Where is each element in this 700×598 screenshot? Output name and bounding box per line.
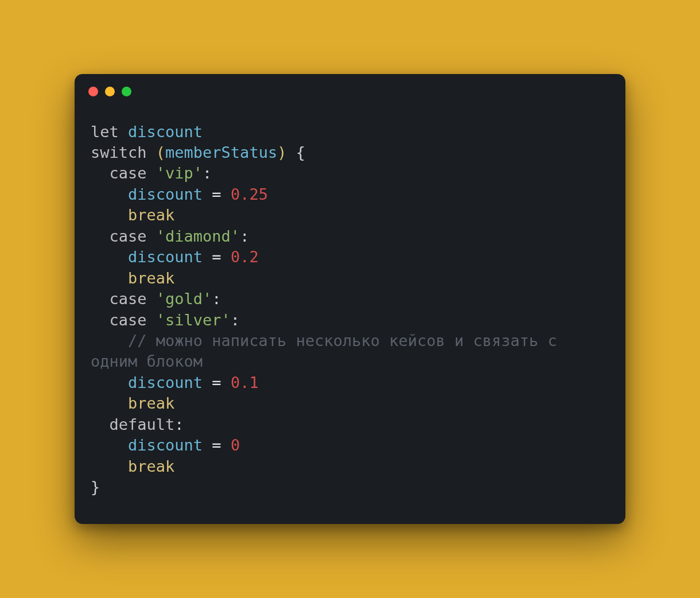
number-0: 0 [231,436,240,454]
identifier-discount: discount [128,436,203,454]
identifier-memberStatus: memberStatus [165,143,277,161]
keyword-break: break [128,394,174,412]
operator-eq: = [212,248,221,266]
keyword-case: case [110,164,147,182]
brace-close: } [91,478,100,496]
number-025: 0.25 [231,185,268,203]
keyword-let: let [91,123,119,141]
identifier-discount: discount [128,185,203,203]
minimize-icon[interactable] [105,87,115,96]
keyword-case: case [110,311,147,329]
colon: : [212,290,221,308]
code-block: let discount switch (memberStatus) { cas… [75,102,625,525]
keyword-case: case [110,227,147,245]
colon: : [231,311,240,329]
string-vip: 'vip' [156,164,203,182]
number-01: 0.1 [231,374,259,391]
keyword-break: break [128,457,174,475]
identifier-discount: discount [128,123,203,141]
window-titlebar [75,74,625,102]
operator-eq: = [212,374,221,391]
colon: : [240,227,249,245]
brace-open: { [296,143,305,161]
keyword-break: break [128,206,174,224]
keyword-break: break [128,269,174,287]
comment-line: // можно написать несколько кейсов и свя… [91,332,566,370]
colon: : [174,416,184,433]
string-silver: 'silver' [156,311,231,329]
code-window: let discount switch (memberStatus) { cas… [75,74,625,525]
maximize-icon[interactable] [122,87,131,96]
keyword-case: case [110,290,147,308]
identifier-discount: discount [128,248,203,266]
paren-close: ) [277,143,286,161]
identifier-discount: discount [128,374,203,391]
keyword-switch: switch [91,143,147,161]
close-icon[interactable] [88,87,98,96]
string-gold: 'gold' [156,290,212,308]
operator-eq: = [212,185,221,203]
paren-open: ( [156,143,165,161]
keyword-default: default [110,416,175,433]
colon: : [203,164,212,182]
number-02: 0.2 [231,248,259,266]
string-diamond: 'diamond' [156,227,240,245]
operator-eq: = [212,436,221,454]
